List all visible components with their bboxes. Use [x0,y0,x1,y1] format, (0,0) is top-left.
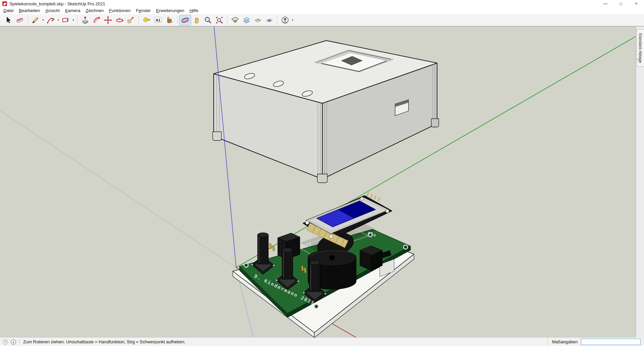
move-icon [104,16,112,24]
move-tool-button[interactable] [102,15,114,25]
menu-funktionen[interactable]: Funktionen [106,7,133,14]
toolbar-separator [227,16,227,24]
tape-measure-icon [142,16,151,24]
zoom-extents-icon [215,16,224,24]
line-tool-dropdown[interactable]: ▼ [41,15,45,25]
scale-tool-button[interactable] [125,15,137,25]
tape-measure-tool-button[interactable] [141,15,152,25]
paint-bucket-tool-button[interactable] [164,15,175,25]
menu-fenster[interactable]: Fenster [133,7,153,14]
main-area: OLED D. Kindermann 2025 ole Standard-Abl… [0,26,644,337]
toolbar-separator [177,16,177,24]
account-dropdown[interactable]: ▼ [291,15,294,25]
toolbar: ▼ ▼ ▼ [0,14,644,26]
status-bar: ? i Zum Rotieren ziehen. Umschalttaste =… [0,337,644,346]
eraser-tool-button[interactable] [14,15,25,25]
offset-tool-button[interactable] [91,15,102,25]
orbit-tool-button[interactable] [179,15,191,25]
section-fill-icon [265,16,274,24]
help-icon[interactable]: ? [3,339,8,345]
status-message: Zum Rotieren ziehen. Umschalttaste = Han… [23,339,185,344]
text-tool-button[interactable]: A1 [152,15,164,25]
measurements-input[interactable] [581,339,641,345]
viewport: OLED D. Kindermann 2025 ole [0,26,636,338]
push-pull-tool-button[interactable] [79,15,91,25]
tray-strip: Standard-Ablage [636,26,644,338]
display-section-fill-button[interactable] [264,15,275,25]
info-icon[interactable]: i [11,339,16,345]
app-icon [2,1,7,6]
section-plane-tool-button[interactable] [229,15,241,25]
pan-hand-icon [192,16,201,24]
display-section-cuts-button[interactable] [252,15,264,25]
scale-icon [126,16,135,24]
section-planes-icon [242,16,251,24]
measurements-label: Maßangaben [547,338,581,346]
title-bar: Spielekonsole_komplett.skp - SketchUp Pr… [0,0,644,7]
display-section-planes-button[interactable] [241,15,252,25]
zoom-icon [204,16,212,24]
arc-tool-dropdown[interactable]: ▼ [56,15,60,25]
arc-tool-button[interactable] [45,15,56,25]
arc-icon [46,16,55,24]
menu-ansicht[interactable]: Ansicht [43,7,62,14]
line-tool-button[interactable] [30,15,41,25]
shapes-tool-button[interactable] [60,15,71,25]
enclosure-foot-right [431,119,439,127]
rotate-tool-button[interactable] [114,15,125,25]
account-button[interactable] [279,15,291,25]
menu-zeichnen[interactable]: Zeichnen [83,7,106,14]
paint-bucket-icon [165,16,174,24]
maximize-button[interactable]: □ [613,0,629,7]
tray-tab-standard-ablage[interactable]: Standard-Ablage [637,29,644,67]
menu-bar: Datei Bearbeiten Ansicht Kamera Zeichnen… [0,7,644,14]
section-cuts-icon [254,16,262,24]
window-title: Spielekonsole_komplett.skp - SketchUp Pr… [9,1,105,6]
toolbar-separator [77,16,77,24]
viewport-canvas[interactable]: OLED D. Kindermann 2025 ole [0,26,636,338]
rectangle-icon [61,16,70,24]
enclosure-foot-front [317,174,327,183]
zoom-extents-tool-button[interactable] [214,15,225,25]
toolbar-separator [139,16,139,24]
menu-kamera[interactable]: Kamera [62,7,83,14]
toolbar-separator [277,16,277,24]
section-plane-icon [231,16,239,24]
select-cursor-icon [4,16,13,24]
select-tool-button[interactable] [3,15,14,25]
rotate-icon [115,16,124,24]
pan-tool-button[interactable] [191,15,202,25]
menu-bearbeiten[interactable]: Bearbeiten [16,7,43,14]
close-button[interactable]: × [629,0,644,7]
menu-hilfe[interactable]: Hilfe [187,7,201,14]
shapes-tool-dropdown[interactable]: ▼ [71,15,75,25]
eraser-icon [15,16,24,24]
menu-erweiterungen[interactable]: Erweiterungen [153,7,187,14]
menu-datei[interactable]: Datei [1,7,16,14]
orbit-icon [181,16,190,24]
zoom-tool-button[interactable] [202,15,214,25]
text-icon: A1 [154,16,162,24]
enclosure-foot-left [213,132,221,140]
push-pull-icon [81,16,90,24]
minimize-button[interactable]: — [598,0,613,7]
svg-text:A1: A1 [156,18,160,22]
offset-icon [92,16,101,24]
pencil-icon [31,16,40,24]
toolbar-separator [28,16,28,24]
status-separator [19,339,20,345]
account-avatar-icon [281,16,289,24]
